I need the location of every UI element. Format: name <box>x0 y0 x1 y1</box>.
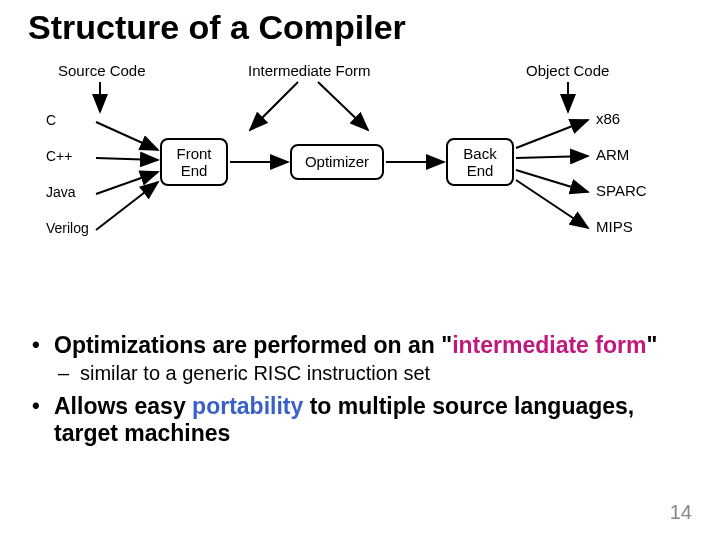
bullet-2-pre: Allows easy <box>54 393 192 419</box>
svg-line-10 <box>516 120 588 148</box>
bullet-1: Optimizations are performed on an "inter… <box>32 332 692 385</box>
slide-title: Structure of a Compiler <box>28 8 406 47</box>
svg-line-7 <box>96 182 158 230</box>
svg-line-11 <box>516 156 588 158</box>
bullet-1-pre: Optimizations are performed on an " <box>54 332 452 358</box>
input-lang-java: Java <box>46 184 76 200</box>
bullet-1-sub: similar to a generic RISC instruction se… <box>54 362 692 385</box>
bullet-1-highlight: intermediate form <box>452 332 646 358</box>
input-lang-cpp: C++ <box>46 148 72 164</box>
input-lang-verilog: Verilog <box>46 220 89 236</box>
bullet-list: Optimizations are performed on an "inter… <box>32 332 692 455</box>
stage-front-end: Front End <box>160 138 228 186</box>
stage-optimizer: Optimizer <box>290 144 384 180</box>
svg-line-2 <box>318 82 368 130</box>
svg-line-6 <box>96 172 158 194</box>
bullet-2: Allows easy portability to multiple sour… <box>32 393 692 447</box>
bullet-2-highlight: portability <box>192 393 303 419</box>
svg-line-12 <box>516 170 588 192</box>
bullet-1-post: " <box>646 332 657 358</box>
stage-back-end: Back End <box>446 138 514 186</box>
output-mips: MIPS <box>596 218 633 235</box>
input-lang-c: C <box>46 112 56 128</box>
label-intermediate: Intermediate Form <box>248 62 371 79</box>
svg-line-4 <box>96 122 158 150</box>
output-sparc: SPARC <box>596 182 647 199</box>
svg-line-13 <box>516 180 588 228</box>
label-object-code: Object Code <box>526 62 609 79</box>
output-arm: ARM <box>596 146 629 163</box>
slide-number: 14 <box>670 501 692 524</box>
compiler-diagram: Source Code Intermediate Form Object Cod… <box>40 60 680 280</box>
svg-line-1 <box>250 82 298 130</box>
svg-line-5 <box>96 158 158 160</box>
label-source-code: Source Code <box>58 62 146 79</box>
output-x86: x86 <box>596 110 620 127</box>
